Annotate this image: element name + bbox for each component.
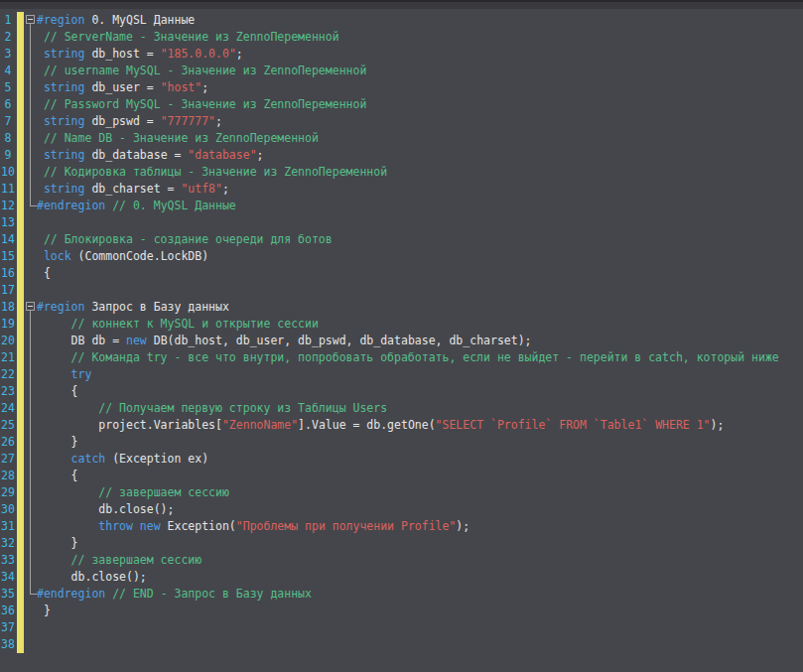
line-number[interactable]: 24 [0, 400, 16, 417]
line-number[interactable]: 30 [0, 501, 16, 518]
code-text[interactable]: // Получаем первую строку из Таблицы Use… [37, 400, 803, 417]
code-line[interactable]: 29 // завершаем сессию [0, 484, 803, 501]
code-text[interactable]: string db_host = "185.0.0.0"; [37, 46, 803, 63]
code-text[interactable]: db.close(); [37, 569, 803, 586]
line-number[interactable]: 11 [0, 181, 16, 198]
code-line[interactable]: 14 // Блокировка - создание очереди для … [0, 231, 803, 248]
code-text[interactable]: } [37, 535, 803, 552]
code-text[interactable]: lock (CommonCode.LockDB) [37, 248, 803, 265]
line-number[interactable]: 3 [0, 46, 16, 63]
code-line[interactable]: 35#endregion // END - Запрос в Базу данн… [0, 586, 803, 603]
line-number[interactable]: 16 [0, 265, 16, 282]
code-line[interactable]: 8 // Name DB - Значение из ZennoПеременн… [0, 130, 803, 147]
code-text[interactable]: throw new Exception("Проблемы при получе… [37, 518, 803, 535]
line-number[interactable]: 7 [0, 113, 16, 130]
code-text[interactable]: // Команда try - все что внутри, попробо… [37, 349, 803, 366]
code-line[interactable]: 24 // Получаем первую строку из Таблицы … [0, 400, 803, 417]
code-area[interactable]: 1#region 0. MyQSL Данные2 // ServerName … [0, 9, 803, 653]
code-text[interactable]: } [37, 434, 803, 451]
code-text[interactable]: } [37, 603, 803, 619]
code-line[interactable]: 27 catch (Exception ex) [0, 451, 803, 468]
line-number[interactable]: 25 [0, 417, 16, 434]
line-number[interactable]: 13 [0, 214, 16, 231]
line-number[interactable]: 2 [0, 29, 16, 46]
code-text[interactable]: // Кодировка таблицы - Значение из Zenno… [37, 164, 803, 181]
code-text[interactable] [37, 282, 803, 299]
code-line[interactable]: 15 lock (CommonCode.LockDB) [0, 248, 803, 265]
code-text[interactable] [37, 214, 803, 231]
line-number[interactable]: 38 [0, 636, 16, 653]
code-line[interactable]: 25 project.Variables["ZennoName"].Value … [0, 417, 803, 434]
fold-collapse-icon[interactable] [26, 15, 35, 24]
code-line[interactable]: 32 } [0, 535, 803, 552]
code-line[interactable]: 4 // username MySQL - Значение из ZennoП… [0, 63, 803, 79]
line-number[interactable]: 14 [0, 231, 16, 248]
code-line[interactable]: 10 // Кодировка таблицы - Значение из Ze… [0, 164, 803, 181]
line-number[interactable]: 4 [0, 63, 16, 79]
line-number[interactable]: 27 [0, 451, 16, 468]
fold-collapse-icon[interactable] [26, 302, 35, 311]
code-line[interactable]: 2 // ServerName - Значение из ZennoПерем… [0, 29, 803, 46]
line-number[interactable]: 20 [0, 333, 16, 349]
code-line[interactable]: 5 string db_user = "host"; [0, 79, 803, 96]
code-text[interactable]: DB db = new DB(db_host, db_user, db_pswd… [37, 333, 803, 349]
code-line[interactable]: 38 [0, 636, 803, 653]
code-line[interactable]: 6 // Password MySQL - Значение из ZennoП… [0, 96, 803, 113]
code-line[interactable]: 9 string db_database = "database"; [0, 147, 803, 164]
code-line[interactable]: 19 // коннект к MySQL и открытие сессии [0, 316, 803, 333]
code-text[interactable]: db.close(); [37, 501, 803, 518]
code-line[interactable]: 28 { [0, 468, 803, 484]
line-number[interactable]: 23 [0, 383, 16, 400]
line-number[interactable]: 22 [0, 366, 16, 383]
line-number[interactable]: 5 [0, 79, 16, 96]
code-line[interactable]: 11 string db_charset = "utf8"; [0, 181, 803, 198]
code-line[interactable]: 16 { [0, 265, 803, 282]
code-text[interactable]: #endregion // END - Запрос в Базу данных [37, 586, 803, 603]
code-text[interactable]: // username MySQL - Значение из ZennoПер… [37, 63, 803, 79]
line-number[interactable]: 21 [0, 349, 16, 366]
line-number[interactable]: 10 [0, 164, 16, 181]
code-text[interactable]: string db_charset = "utf8"; [37, 181, 803, 198]
code-text[interactable]: // Password MySQL - Значение из ZennoПер… [37, 96, 803, 113]
code-line[interactable]: 12#endregion // 0. MyQSL Данные [0, 198, 803, 214]
code-text[interactable]: { [37, 265, 803, 282]
code-text[interactable]: #region 0. MyQSL Данные [37, 12, 803, 29]
code-text[interactable]: // Блокировка - создание очереди для бот… [37, 231, 803, 248]
code-line[interactable]: 33 // завершаем сессию [0, 552, 803, 569]
line-number[interactable]: 36 [0, 603, 16, 619]
line-number[interactable]: 6 [0, 96, 16, 113]
code-line[interactable]: 26 } [0, 434, 803, 451]
line-number[interactable]: 17 [0, 282, 16, 299]
code-line[interactable]: 37 [0, 619, 803, 636]
code-line[interactable]: 23 { [0, 383, 803, 400]
code-text[interactable]: { [37, 468, 803, 484]
code-text[interactable]: project.Variables["ZennoName"].Value = d… [37, 417, 803, 434]
code-text[interactable]: catch (Exception ex) [37, 451, 803, 468]
code-text[interactable]: { [37, 383, 803, 400]
line-number[interactable]: 34 [0, 569, 16, 586]
line-number[interactable]: 9 [0, 147, 16, 164]
code-text[interactable]: // Name DB - Значение из ZennoПеременной [37, 130, 803, 147]
code-text[interactable]: // ServerName - Значение из ZennoПеремен… [37, 29, 803, 46]
code-text[interactable]: // завершаем сессию [37, 552, 803, 569]
code-line[interactable]: 34 db.close(); [0, 569, 803, 586]
code-line[interactable]: 22 try [0, 366, 803, 383]
code-line[interactable]: 7 string db_pswd = "777777"; [0, 113, 803, 130]
code-line[interactable]: 17 [0, 282, 803, 299]
code-text[interactable]: // завершаем сессию [37, 484, 803, 501]
line-number[interactable]: 28 [0, 468, 16, 484]
code-text[interactable]: // коннект к MySQL и открытие сессии [37, 316, 803, 333]
code-line[interactable]: 18#region Запрос в Базу данных [0, 299, 803, 316]
code-text[interactable]: string db_database = "database"; [37, 147, 803, 164]
code-line[interactable]: 13 [0, 214, 803, 231]
line-number[interactable]: 8 [0, 130, 16, 147]
code-line[interactable]: 3 string db_host = "185.0.0.0"; [0, 46, 803, 63]
line-number[interactable]: 12 [0, 198, 16, 214]
code-line[interactable]: 21 // Команда try - все что внутри, попр… [0, 349, 803, 366]
code-text[interactable]: string db_user = "host"; [37, 79, 803, 96]
code-line[interactable]: 36 } [0, 603, 803, 619]
code-text[interactable]: try [37, 366, 803, 383]
code-line[interactable]: 31 throw new Exception("Проблемы при пол… [0, 518, 803, 535]
code-text[interactable]: #endregion // 0. MyQSL Данные [37, 198, 803, 214]
line-number[interactable]: 35 [0, 586, 16, 603]
